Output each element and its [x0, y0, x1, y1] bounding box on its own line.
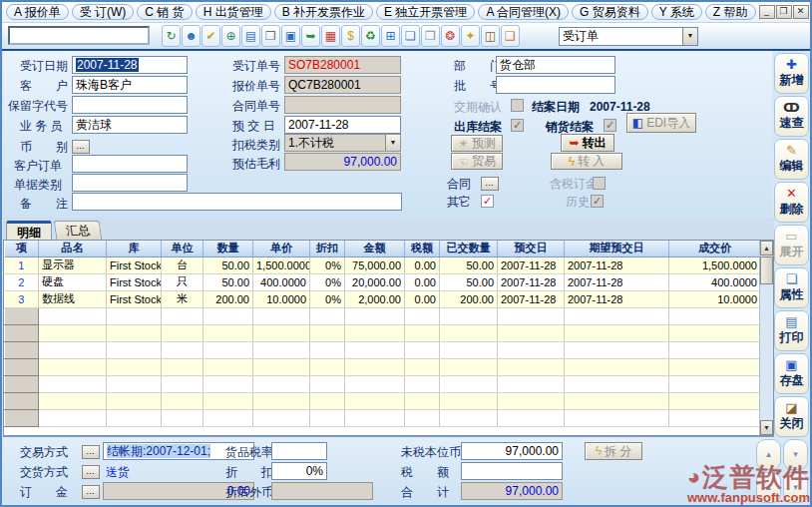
- tab-summary[interactable]: 汇总: [54, 221, 103, 240]
- stockout-closed-checkbox[interactable]: [511, 119, 524, 132]
- row-selector[interactable]: [5, 392, 39, 409]
- doc-type-dropdown[interactable]: 受订单 ▼: [559, 27, 698, 46]
- table-row[interactable]: 3数据线First Stock米200.0010.00000%2,000.000…: [5, 290, 761, 307]
- tab-detail[interactable]: 明细: [6, 221, 52, 240]
- grid-column-header[interactable]: 数量: [203, 241, 253, 256]
- goods-tax-rate-field[interactable]: [271, 442, 327, 460]
- grid-column-header[interactable]: 已交数量: [440, 241, 498, 256]
- monitor-icon[interactable]: ▣: [281, 25, 300, 47]
- row-selector[interactable]: [5, 324, 39, 341]
- delivery-mode-browse-button[interactable]: …: [82, 465, 100, 479]
- recycle-arrows-icon[interactable]: ♻: [361, 25, 380, 47]
- menu-item-4[interactable]: H 出货管理: [196, 4, 271, 20]
- edi-import-button[interactable]: ◧ EDI导入: [626, 113, 696, 133]
- add-button[interactable]: ✚新增: [774, 53, 809, 94]
- color-wheel-icon[interactable]: ❂: [441, 25, 460, 47]
- grid-column-header[interactable]: 税额: [405, 241, 440, 256]
- order-date-field[interactable]: 2007-11-28: [72, 56, 188, 74]
- book-icon[interactable]: ❒: [261, 25, 280, 47]
- grid-column-header[interactable]: 成交价: [669, 241, 761, 256]
- tax-class-dropdown[interactable]: 1.不计税 ▼: [284, 134, 401, 152]
- tax-deposit-checkbox[interactable]: [593, 177, 606, 190]
- row-selector[interactable]: [5, 307, 39, 324]
- due-date-field[interactable]: [284, 116, 401, 134]
- edit-button[interactable]: ✎编辑: [774, 139, 809, 180]
- restore-button-icon[interactable]: ❐: [776, 5, 792, 19]
- deposit-browse-button[interactable]: …: [82, 485, 100, 499]
- department-field[interactable]: [496, 56, 615, 74]
- key-approve-icon[interactable]: ✔: [202, 25, 220, 47]
- clipboard-icon[interactable]: ❏: [401, 25, 420, 47]
- trade-mode-browse-button[interactable]: …: [82, 445, 100, 459]
- discount-field[interactable]: [271, 462, 327, 480]
- reserved-code-field[interactable]: [72, 96, 188, 114]
- row-selector[interactable]: [5, 358, 39, 375]
- customer-field[interactable]: [72, 76, 188, 94]
- menu-item-10[interactable]: Z 帮助: [705, 4, 756, 20]
- user-lookup-icon[interactable]: ☻: [182, 25, 201, 47]
- calculator-icon[interactable]: ⊞: [381, 25, 400, 47]
- row-selector[interactable]: [5, 409, 39, 426]
- customer-order-field[interactable]: [72, 155, 188, 173]
- quick-search-input[interactable]: [8, 26, 150, 45]
- menu-item-6[interactable]: E 独立开票管理: [376, 4, 475, 20]
- tax-amount-field[interactable]: [461, 462, 563, 480]
- menu-item-9[interactable]: Y 系统: [651, 4, 702, 20]
- currency-browse-button[interactable]: …: [72, 140, 90, 154]
- close-button-icon[interactable]: ✕: [793, 5, 809, 19]
- menu-item-1[interactable]: A 报价单: [6, 4, 69, 20]
- grid-column-header[interactable]: 期望预交日: [565, 241, 669, 256]
- quick-search-button[interactable]: ↀ速查: [774, 96, 809, 137]
- menu-item-5[interactable]: B 补开发票作业: [274, 4, 373, 20]
- table-row[interactable]: 1显示器First Stock台50.001,500.00000%75,000.…: [5, 256, 761, 273]
- doc-category-field[interactable]: [72, 174, 188, 192]
- contract-browse-button[interactable]: …: [481, 177, 499, 191]
- properties-button[interactable]: ❏属性: [774, 267, 809, 308]
- scroll-down-icon[interactable]: ▼: [760, 420, 773, 435]
- scrollbar-thumb[interactable]: [760, 256, 773, 284]
- report-globe-icon[interactable]: ▦: [321, 25, 340, 47]
- delete-button[interactable]: ✕删除: [774, 182, 809, 223]
- row-selector[interactable]: [5, 375, 39, 392]
- sales-closed-checkbox[interactable]: [604, 119, 616, 132]
- id-card-icon[interactable]: ▤: [241, 25, 260, 47]
- grid-column-header[interactable]: 折扣: [310, 241, 345, 256]
- grid-column-header[interactable]: 品名: [39, 241, 107, 256]
- menu-item-7[interactable]: A 合同管理(X): [478, 4, 569, 20]
- other-checkbox[interactable]: [481, 195, 494, 208]
- transfer-in-button[interactable]: ϟ 转 入: [551, 153, 622, 170]
- menu-item-2[interactable]: 受 订(W): [72, 4, 135, 20]
- remark-field[interactable]: [72, 193, 402, 211]
- table-row[interactable]: 2硬盘First Stock只50.00400.00000%20,000.000…: [5, 273, 761, 290]
- chevron-down-icon[interactable]: ▼: [385, 135, 400, 151]
- transfer-out-button[interactable]: ➥ 转出: [561, 134, 614, 152]
- minimize-button-icon[interactable]: _: [759, 5, 775, 19]
- scroll-up-icon[interactable]: ▲: [760, 241, 773, 255]
- grid-scrollbar[interactable]: ▲ ▼: [759, 241, 773, 435]
- grid-column-header[interactable]: 预交日: [498, 241, 565, 256]
- chevron-down-icon[interactable]: ▼: [682, 28, 697, 45]
- flow-transfer-icon[interactable]: ➥: [301, 25, 320, 47]
- menu-item-8[interactable]: G 贸易资料: [572, 4, 648, 20]
- window-icon[interactable]: ❑: [501, 25, 520, 47]
- save-button[interactable]: ▣存盘: [774, 353, 809, 394]
- bell-icon[interactable]: ✦: [461, 25, 480, 47]
- grid-column-header[interactable]: 库: [107, 241, 162, 256]
- untaxed-base-field[interactable]: [461, 442, 563, 460]
- split-button[interactable]: ϟ 拆 分: [585, 442, 642, 460]
- expand-button[interactable]: ▭展开: [774, 225, 809, 265]
- print-button[interactable]: ▤打印: [774, 310, 809, 351]
- batch-no-field[interactable]: [496, 76, 615, 94]
- exit-door-icon[interactable]: ◫: [481, 25, 500, 47]
- globe-icon[interactable]: ⊕: [221, 25, 240, 47]
- trade-button[interactable]: ☜ 贸易: [451, 153, 503, 170]
- row-selector[interactable]: [5, 341, 39, 358]
- delivery-confirm-checkbox[interactable]: [511, 99, 524, 112]
- dollar-icon[interactable]: $: [341, 25, 360, 47]
- salesman-field[interactable]: [72, 116, 188, 134]
- grid-column-header[interactable]: 项: [5, 241, 39, 256]
- copy-pages-icon[interactable]: ❐: [421, 25, 440, 47]
- refresh-icon[interactable]: ↻: [162, 25, 181, 47]
- history-checkbox[interactable]: [591, 195, 604, 208]
- grid-column-header[interactable]: 单位: [162, 241, 203, 256]
